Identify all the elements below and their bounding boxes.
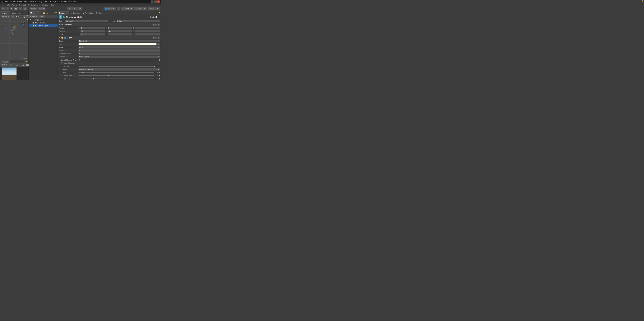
bias-thumb[interactable] — [82, 72, 84, 73]
hierarchy-toolbar: Create ▼ Q+All — [28, 15, 58, 18]
mode-dropdown[interactable]: Mixed ▼ — [78, 46, 160, 49]
scl-x-input[interactable] — [80, 33, 105, 36]
scale-tool-button[interactable]: ⊡ — [14, 7, 18, 11]
layout-dropdown[interactable]: Layout ▼ — [148, 7, 160, 11]
close-button[interactable]: ✕ — [157, 1, 160, 3]
hier-resize-icon[interactable]: ⊡ — [54, 12, 55, 13]
center-button[interactable]: Center — [30, 7, 37, 11]
baked-shadow-track[interactable] — [78, 60, 154, 60]
hierarchy-item-main-camera[interactable]: 📷 Main Camera — [28, 21, 58, 24]
hand-tool-button[interactable]: ☞ — [1, 7, 5, 11]
audio-button[interactable]: ♪ — [18, 15, 19, 18]
cloud-button[interactable]: ☁ — [117, 7, 120, 11]
game-lock-icon[interactable]: 🔒 — [26, 60, 28, 62]
pos-z-input[interactable]: 0 — [135, 27, 160, 29]
play-button[interactable]: ▶ — [67, 7, 72, 11]
normal-bias-track[interactable] — [78, 75, 154, 76]
strength-track[interactable] — [78, 66, 154, 67]
tab-inspector[interactable]: ℹ Inspector — [58, 12, 69, 15]
scale-thumb[interactable] — [22, 65, 24, 66]
tab-occlusion[interactable]: ⊕ Occlusion — [69, 12, 82, 15]
pos-y-input[interactable]: 3 — [108, 27, 132, 29]
menu-assets[interactable]: Assets — [11, 4, 18, 6]
light-copy-btn[interactable]: ⧉ — [152, 37, 155, 39]
search-hierarchy-btn[interactable]: Q+All — [39, 15, 45, 18]
collab-button[interactable]: 👥 Collab ▼ — [104, 7, 116, 11]
scene-canvas[interactable]: ✦ — [0, 18, 28, 60]
normal-bias-thumb[interactable] — [108, 75, 109, 76]
tab-animator[interactable]: ⚙ Animator — [10, 12, 22, 15]
tab-game[interactable]: 🎮 Game — [0, 60, 10, 63]
light-header[interactable]: ▼ Light ⧉ ✎ ⋮ — [58, 36, 161, 40]
shadow-type-dropdown[interactable]: Soft Shadows ▼ — [78, 56, 160, 58]
menu-file[interactable]: File — [1, 4, 5, 6]
aspect-dropdown[interactable]: 16:9 ▼ — [8, 64, 13, 66]
shading-dropdown[interactable]: Shaded ▼ — [1, 15, 10, 18]
menu-edit[interactable]: Edit — [6, 4, 10, 6]
transform-edit-btn[interactable]: ✎ — [155, 24, 157, 26]
indirect-input[interactable] — [78, 52, 160, 55]
tab-project[interactable]: 📁 Project — [41, 12, 52, 15]
layers-dropdown[interactable]: Layers ▼ — [134, 7, 147, 11]
light-edit-btn[interactable]: ✎ — [155, 37, 157, 39]
near-plane-thumb[interactable] — [93, 78, 94, 80]
local-button[interactable]: ⊙ Local — [38, 7, 46, 11]
pause-button[interactable]: ⏸ — [72, 7, 77, 11]
insp-lock-icon[interactable]: 🔒 — [158, 12, 160, 13]
transform-tool-button[interactable]: ⊞ — [23, 7, 27, 11]
static-arrow[interactable]: ▼ — [158, 16, 160, 18]
light-menu-btn[interactable]: ⋮ — [158, 37, 160, 39]
intensity-input[interactable] — [78, 49, 160, 52]
account-dropdown[interactable]: Account ▼ — [121, 7, 134, 11]
menu-window[interactable]: Window — [41, 4, 49, 6]
scl-z-input[interactable] — [135, 33, 160, 36]
game-resize-icon[interactable]: ⊡ — [24, 60, 26, 62]
rect-tool-button[interactable]: ▭ — [18, 7, 22, 11]
vfx-button[interactable]: ⬛ — [20, 15, 22, 18]
minimize-button[interactable]: — — [151, 1, 154, 3]
transform-menu-btn[interactable]: ⋮ — [158, 24, 160, 26]
step-button[interactable]: ⏭ — [77, 7, 82, 11]
shadow-type-arrow: ▼ — [158, 56, 159, 58]
move-tool-button[interactable]: ✛ — [5, 7, 9, 11]
2d-button[interactable]: 2D — [11, 15, 15, 18]
scene-root-menu[interactable]: ≡ — [56, 19, 56, 21]
rot-x-input[interactable] — [80, 30, 105, 33]
object-active-checkbox[interactable] — [63, 16, 65, 18]
tag-dropdown[interactable]: Untagged ▼ — [65, 20, 108, 22]
color-picker-btn[interactable]: ✎ — [157, 43, 160, 46]
menu-gameobject[interactable]: GameObject — [18, 4, 30, 6]
hierarchy-item-directional-light[interactable]: 💡 Directional Light — [28, 24, 58, 27]
scene-root-item[interactable]: ▼ ⊙ SampleScene ≡ — [28, 18, 58, 21]
display-dropdown[interactable]: Display 1 ▼ — [1, 64, 8, 66]
tab-scene[interactable]: ⊙ Scene — [0, 12, 10, 15]
tab-services[interactable]: Services — [94, 12, 104, 15]
bias-track[interactable] — [78, 72, 154, 73]
tab-animation[interactable]: ▶ Animation — [82, 12, 94, 15]
resolution-dropdown[interactable]: Use Quality Settings ▼ — [78, 68, 160, 71]
maximize-button[interactable]: ❐ — [154, 1, 156, 3]
transform-copy-btn[interactable]: ⧉ — [152, 24, 155, 26]
scl-y-input[interactable] — [108, 33, 132, 36]
hier-lock-icon[interactable]: 🔒 — [55, 12, 57, 13]
menu-component[interactable]: Component — [30, 4, 41, 6]
pos-x-input[interactable]: 0 — [80, 27, 105, 29]
rot-y-input[interactable] — [108, 30, 132, 33]
color-swatch[interactable] — [78, 43, 156, 46]
baked-shadow-thumb[interactable] — [78, 59, 80, 61]
menu-help[interactable]: Help — [50, 4, 55, 6]
create-button[interactable]: Create ▼ — [29, 15, 38, 18]
tab-hierarchy[interactable]: ☰ Hierarchy — [28, 12, 41, 15]
scale-slider[interactable] — [19, 65, 25, 66]
static-checkbox[interactable] — [156, 16, 158, 18]
near-plane-track[interactable] — [78, 79, 154, 79]
lighting-button[interactable]: ☀ — [16, 15, 17, 18]
rotate-tool-button[interactable]: ↻ — [10, 7, 14, 11]
svg-line-6 — [11, 26, 14, 34]
rot-z-input[interactable] — [135, 30, 160, 33]
transform-header[interactable]: ▼ ⊕ Transform ⧉ ✎ ⋮ — [58, 23, 161, 27]
type-dropdown[interactable]: Directional ▼ — [78, 40, 160, 42]
light-enabled-checkbox[interactable] — [64, 37, 66, 39]
strength-thumb[interactable] — [154, 66, 155, 67]
layer-dropdown[interactable]: Default ▼ — [117, 20, 160, 22]
